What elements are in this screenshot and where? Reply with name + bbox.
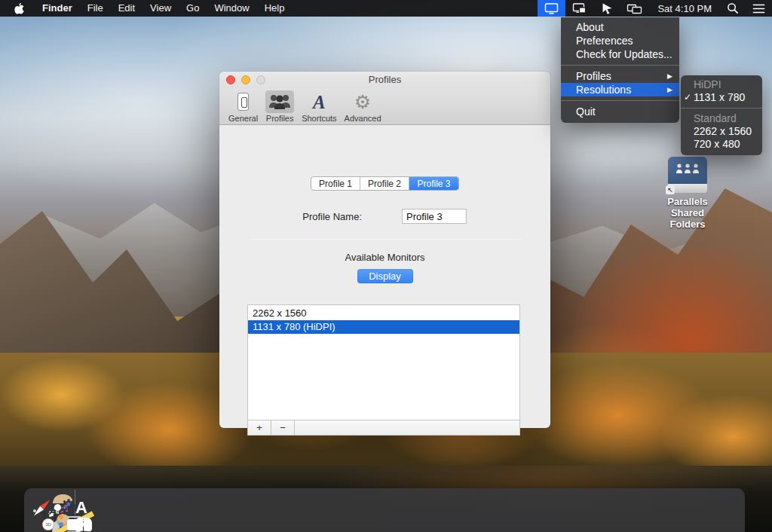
submenu-header-hidpi: HiDPI — [681, 78, 762, 91]
menubar-item-help[interactable]: Help — [257, 0, 293, 17]
window-title: Profiles — [369, 74, 401, 85]
people-icon — [675, 163, 700, 178]
desktop-icon-parallels-shared-folders[interactable]: ↖ Parallels Shared Folders — [653, 157, 722, 231]
menu-item-check-for-updates[interactable]: Check for Updates... — [561, 47, 679, 61]
submenu-arrow-icon: ▶ — [667, 83, 672, 96]
display-icon — [544, 2, 559, 15]
display-overlay-icon — [572, 2, 587, 15]
list-lines-icon — [752, 3, 765, 14]
window-titlebar[interactable]: Profiles — [219, 72, 550, 88]
submenu-item-2262x1560[interactable]: 2262 x 1560 — [681, 125, 762, 138]
submenu-arrow-icon: ▶ — [667, 69, 672, 83]
submenu-header-standard: Standard — [681, 112, 762, 125]
menubar-clock[interactable]: Sat 4:10 PM — [649, 3, 720, 14]
menu-bar: Finder File Edit View Go Window Help — [0, 0, 772, 17]
desktop-icon-label: Parallels Shared Folders — [653, 197, 722, 231]
window-toolbar: General Profiles A — [219, 88, 550, 125]
notification-center-button[interactable] — [746, 0, 772, 17]
menubar-item-edit[interactable]: Edit — [111, 0, 142, 17]
menu-item-resolutions[interactable]: Resolutions ▶ — [561, 83, 679, 96]
tab-profile-3[interactable]: Profile 3 — [409, 177, 458, 190]
zoom-button-disabled — [256, 75, 265, 84]
remove-monitor-button[interactable]: − — [271, 420, 295, 435]
menu-separator — [561, 100, 679, 101]
checkmark-icon: ✓ — [684, 91, 691, 104]
status-dropdown-menu: About Preferences Check for Updates... P… — [561, 17, 679, 123]
status-shared-display[interactable] — [565, 0, 593, 17]
close-button[interactable] — [226, 75, 235, 84]
minimize-button[interactable] — [241, 75, 250, 84]
menubar-item-go[interactable]: Go — [179, 0, 207, 17]
menu-item-profiles[interactable]: Profiles ▶ — [561, 69, 679, 83]
search-icon — [727, 2, 739, 14]
switch-icon — [237, 93, 249, 111]
tab-profile-2[interactable]: Profile 2 — [360, 177, 409, 190]
gear-icon: ⚙ — [354, 93, 371, 112]
toolbar-general[interactable]: General — [226, 90, 260, 124]
status-display-menu-open[interactable] — [538, 0, 565, 17]
menu-separator — [681, 108, 762, 109]
spotlight-button[interactable] — [720, 0, 746, 17]
profile-name-input[interactable] — [402, 209, 467, 224]
monitor-list-item-2262x1560[interactable]: 2262 x 1560 — [248, 307, 519, 320]
people-icon — [268, 92, 292, 112]
apple-icon — [14, 2, 24, 14]
menu-item-preferences[interactable]: Preferences — [561, 34, 679, 47]
apple-menu[interactable] — [0, 2, 35, 14]
toolbar-profiles[interactable]: Profiles — [263, 90, 296, 124]
profile-tabs: Profile 1 Profile 2 Profile 3 — [311, 176, 459, 191]
dock: JAN 13 3D ••• ♫ ⚙ — [24, 488, 745, 532]
shared-drive-icon: ↖ — [668, 157, 707, 193]
tab-profile-1[interactable]: Profile 1 — [311, 177, 360, 190]
dual-display-icon — [626, 2, 642, 15]
profile-name-label: Profile Name: — [219, 211, 362, 222]
menubar-item-window[interactable]: Window — [207, 0, 256, 17]
cursor-arrow-icon — [600, 2, 613, 15]
alias-arrow-icon: ↖ — [666, 185, 675, 194]
menubar-item-view[interactable]: View — [142, 0, 179, 17]
submenu-item-720x480[interactable]: 720 x 480 — [681, 138, 762, 151]
menu-item-about[interactable]: About — [561, 20, 679, 34]
resolutions-submenu: HiDPI ✓ 1131 x 780 Standard 2262 x 1560 … — [681, 75, 762, 155]
menu-separator — [561, 65, 679, 66]
window-content: Profile 1 Profile 2 Profile 3 Profile Na… — [219, 125, 550, 427]
add-monitor-button[interactable]: + — [248, 420, 271, 435]
profiles-window: Profiles General — [219, 72, 550, 428]
display-button[interactable]: Display — [357, 269, 413, 283]
list-button-bar: + − — [247, 420, 520, 436]
toolbar-advanced[interactable]: ⚙ Advanced — [342, 90, 384, 124]
status-dual-displays[interactable] — [620, 0, 649, 17]
status-parallels-cursor[interactable] — [593, 0, 620, 17]
menubar-app-name[interactable]: Finder — [35, 0, 80, 17]
monitor-list-item-1131x780-selected[interactable]: 1131 x 780 (HiDPI) — [248, 320, 519, 334]
toolbar-shortcuts[interactable]: A Shortcuts — [299, 90, 339, 124]
horizontal-separator — [249, 239, 522, 240]
menubar-item-file[interactable]: File — [80, 0, 111, 17]
menu-item-quit[interactable]: Quit — [561, 105, 679, 118]
monitor-list: 2262 x 1560 1131 x 780 (HiDPI) — [247, 304, 520, 420]
submenu-item-1131x780[interactable]: ✓ 1131 x 780 — [681, 91, 762, 104]
available-monitors-label: Available Monitors — [219, 252, 550, 263]
letter-a-icon: A — [313, 93, 326, 112]
